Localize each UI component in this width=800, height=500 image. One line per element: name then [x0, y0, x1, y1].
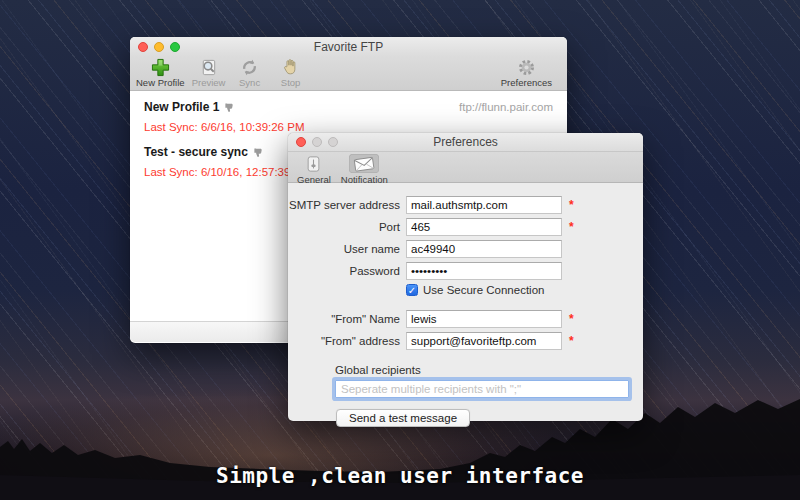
preferences-window: Preferences General — [288, 133, 643, 421]
sync-arrows-icon — [240, 57, 259, 77]
last-sync-text: Last Sync: 6/6/16, 10:39:26 PM — [144, 121, 553, 133]
preview-button[interactable]: Preview — [192, 57, 226, 88]
global-recipients-input[interactable] — [335, 380, 629, 398]
tab-notification-label: Notification — [341, 174, 388, 185]
minimize-button[interactable] — [154, 42, 164, 52]
preferences-label: Preferences — [501, 77, 552, 88]
thumbs-down-icon — [224, 102, 235, 113]
profile-name: Test - secure sync — [144, 145, 264, 159]
close-button[interactable] — [296, 137, 306, 147]
window-title: Favorite FTP — [130, 40, 567, 54]
from-address-label: "From" address — [288, 335, 400, 347]
required-asterisk: * — [569, 312, 574, 326]
smtp-server-input[interactable] — [406, 196, 562, 214]
checkbox-checked-icon[interactable]: ✓ — [406, 284, 418, 296]
general-switches-icon — [299, 154, 329, 173]
from-address-input[interactable] — [406, 332, 562, 350]
required-asterisk: * — [569, 334, 574, 348]
send-test-message-button[interactable]: Send a test message — [336, 409, 470, 427]
username-input[interactable] — [406, 240, 562, 258]
prefs-titlebar[interactable]: Preferences — [288, 133, 643, 152]
required-asterisk: * — [569, 198, 574, 212]
username-label: User name — [288, 243, 400, 255]
stop-hand-icon — [282, 57, 300, 77]
profile-url: ftp://flunn.pair.com — [459, 101, 553, 113]
stop-button[interactable]: Stop — [274, 57, 308, 88]
minimize-button-disabled — [312, 137, 322, 147]
stop-label: Stop — [281, 77, 301, 88]
password-input[interactable] — [406, 262, 562, 280]
preferences-button[interactable]: Preferences — [501, 57, 552, 88]
new-profile-button[interactable]: New Profile — [136, 57, 185, 88]
smtp-server-label: SMTP server address — [288, 199, 400, 211]
zoom-button-disabled — [328, 137, 338, 147]
notification-form: SMTP server address * Port * User name P… — [288, 183, 643, 427]
secure-connection-checkbox-row[interactable]: ✓ Use Secure Connection — [406, 284, 643, 296]
magnifier-document-icon — [199, 57, 218, 77]
tab-general[interactable]: General — [294, 154, 334, 185]
window-title: Preferences — [288, 135, 643, 149]
gear-icon — [517, 57, 536, 77]
ftp-titlebar[interactable]: Favorite FTP — [130, 37, 567, 56]
plus-icon — [151, 57, 170, 77]
new-profile-label: New Profile — [136, 77, 185, 88]
marketing-caption: Simple ,clean user interface — [0, 464, 800, 488]
profile-row[interactable]: New Profile 1 ftp://flunn.pair.com Last … — [130, 97, 567, 133]
secure-connection-label: Use Secure Connection — [423, 284, 544, 296]
from-name-input[interactable] — [406, 310, 562, 328]
global-recipients-label: Global recipients — [335, 364, 643, 376]
port-label: Port — [288, 221, 400, 233]
tab-notification[interactable]: Notification — [338, 154, 391, 185]
envelope-icon — [349, 154, 379, 173]
sync-label: Sync — [239, 77, 260, 88]
from-name-label: "From" Name — [288, 313, 400, 325]
tab-general-label: General — [297, 174, 331, 185]
ftp-toolbar: New Profile Preview Sync — [130, 56, 567, 91]
sync-button[interactable]: Sync — [233, 57, 267, 88]
thumbs-down-icon — [253, 147, 264, 158]
preview-label: Preview — [192, 77, 226, 88]
port-input[interactable] — [406, 218, 562, 236]
zoom-button[interactable] — [170, 42, 180, 52]
required-asterisk: * — [569, 220, 574, 234]
profile-name: New Profile 1 — [144, 100, 235, 114]
password-label: Password — [288, 265, 400, 277]
close-button[interactable] — [138, 42, 148, 52]
prefs-tabstrip: General Notification — [288, 152, 643, 183]
